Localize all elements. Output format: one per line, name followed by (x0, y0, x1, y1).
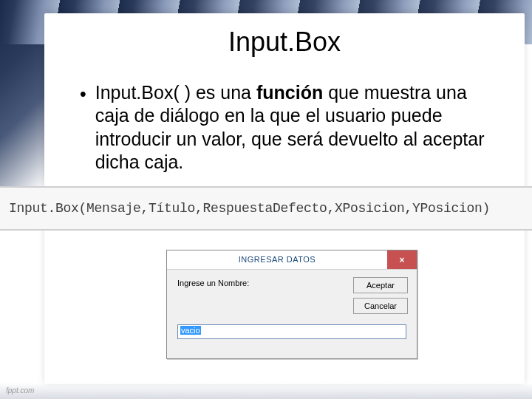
bottom-gradient (0, 383, 532, 399)
bullet-text: Input.Box( ) es una función que muestra … (95, 81, 502, 174)
dialog-titlebar: INGRESAR DATOS × (167, 250, 417, 270)
bullet-block: • Input.Box( ) es una función que muestr… (44, 66, 525, 174)
bullet-pre: Input.Box( ) es una (95, 82, 256, 103)
close-button[interactable]: × (387, 250, 417, 269)
bullet-bold: función (256, 82, 323, 103)
dialog-title: INGRESAR DATOS (167, 250, 387, 269)
slide-title: Input.Box (44, 13, 525, 66)
dialog-button-group: Aceptar Cancelar (353, 277, 408, 314)
syntax-example: Input.Box(Mensaje,Título,RespuestaDefect… (0, 186, 532, 231)
input-value: vacio (180, 326, 201, 335)
bullet-item: • Input.Box( ) es una función que muestr… (80, 81, 502, 174)
inputbox-dialog: INGRESAR DATOS × Ingrese un Nombre: Acep… (166, 250, 417, 359)
dialog-body: Ingrese un Nombre: Aceptar Cancelar vaci… (167, 270, 417, 358)
ok-button[interactable]: Aceptar (353, 277, 408, 293)
bullet-dot: • (80, 83, 86, 106)
close-icon: × (399, 255, 404, 265)
cancel-button[interactable]: Cancelar (353, 298, 408, 314)
dialog-input[interactable]: vacio (177, 324, 406, 339)
footer-brand: fppt.com (6, 386, 34, 395)
